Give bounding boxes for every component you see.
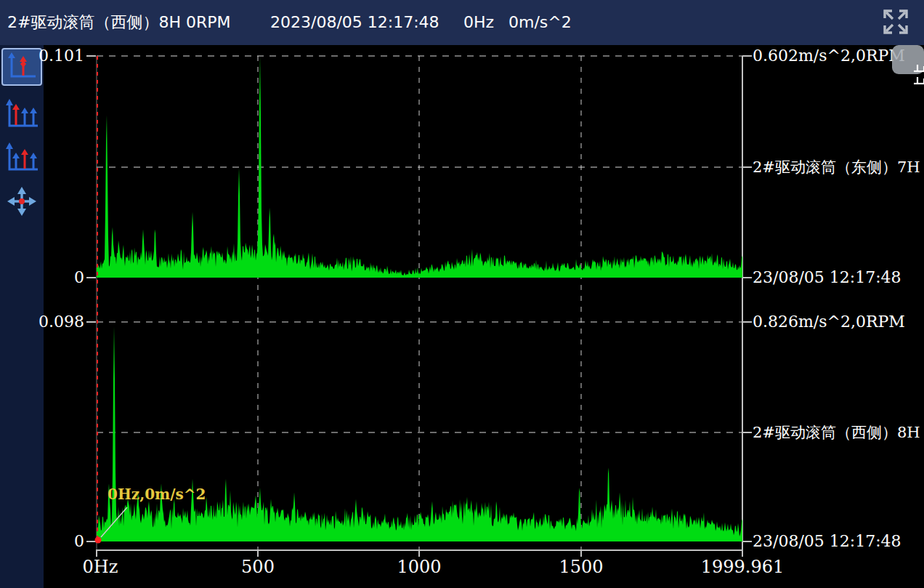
overall-value-top-chart: 0.602m/s^2,0RPM: [753, 47, 905, 65]
cursor-marker-dot[interactable]: [95, 537, 102, 544]
cursor-amplitude-readout: 0m/s^2: [508, 0, 572, 45]
annotation-leader-line: [101, 507, 127, 537]
y-zero-label-top-chart: 0: [33, 268, 84, 287]
channel-name-top-chart: 2#驱动滚筒（东侧）7H: [753, 158, 920, 177]
x-tick-500: 500: [241, 557, 275, 577]
x-tick-1500: 1500: [559, 557, 603, 577]
x-tick-1000: 1000: [397, 557, 441, 577]
chart-layout-button[interactable]: [892, 45, 924, 74]
x-tick-fmax: 1999.961: [701, 557, 785, 577]
channel-name-bottom-chart: 2#驱动滚筒（西侧）8H: [753, 423, 920, 442]
channel-title: 2#驱动滚筒（西侧）8H 0RPM: [7, 0, 231, 45]
cursor-frequency-readout: 0Hz: [463, 0, 494, 45]
cursor-annotation: 0Hz,0m/s^2: [108, 486, 206, 503]
timestamp-bottom-chart: 23/08/05 12:17:48: [753, 532, 901, 551]
tool-pan[interactable]: [1, 185, 42, 220]
tool-sideband-cursor[interactable]: [1, 140, 42, 177]
header-datetime: 2023/08/05 12:17:48: [270, 0, 439, 45]
spectrum-plot-region[interactable]: 0.101 0 0.098 0 0.602m/s^2,0RPM 2#驱动滚筒（东…: [44, 45, 924, 588]
sideband-cursor-icon: [4, 141, 40, 177]
y-max-label-bottom-chart: 0.098: [33, 313, 84, 331]
x-tick-0hz: 0Hz: [83, 557, 118, 577]
tool-harmonic-cursor[interactable]: [1, 96, 42, 134]
header-bar: 2#驱动滚筒（西侧）8H 0RPM 2023/08/05 12:17:48 0H…: [0, 0, 924, 45]
y-max-label-top-chart: 0.101: [33, 47, 84, 65]
harmonic-cursor-icon: [4, 97, 40, 133]
overall-value-bottom-chart: 0.826m/s^2,0RPM: [753, 313, 905, 331]
y-zero-label-bottom-chart: 0: [33, 532, 84, 551]
fullscreen-button[interactable]: [879, 6, 912, 39]
pan-move-icon: [5, 185, 38, 220]
timestamp-top-chart: 23/08/05 12:17:48: [753, 268, 901, 287]
expand-icon: [880, 29, 912, 40]
